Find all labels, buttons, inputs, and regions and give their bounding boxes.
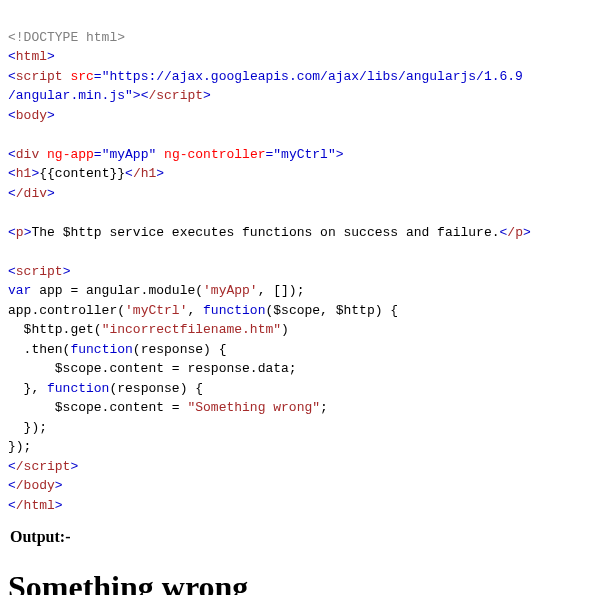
semicolon: ; bbox=[320, 400, 328, 415]
h1-close-tag: /h1 bbox=[133, 166, 156, 181]
function-keyword: function bbox=[70, 342, 132, 357]
angle-close: > bbox=[203, 88, 211, 103]
angle-open: < bbox=[8, 459, 16, 474]
app-eq: app = angular.module( bbox=[31, 283, 203, 298]
script-close-tag: /script bbox=[148, 88, 203, 103]
doctype: <!DOCTYPE html> bbox=[8, 30, 125, 45]
angle-close: > bbox=[55, 498, 63, 513]
angle-close: > bbox=[70, 459, 78, 474]
h1-tag: h1 bbox=[16, 166, 32, 181]
body-tag: body bbox=[16, 108, 47, 123]
angle-open: < bbox=[8, 166, 16, 181]
html-tag: html bbox=[16, 49, 47, 64]
output-heading: Something wrong bbox=[8, 563, 602, 595]
paren-close: ) bbox=[281, 322, 289, 337]
myctrl-string: 'myCtrl' bbox=[125, 303, 187, 318]
h1-content: {{content}} bbox=[39, 166, 125, 181]
eq: = bbox=[94, 147, 102, 162]
angle-close: > bbox=[336, 147, 344, 162]
comma: , bbox=[187, 303, 203, 318]
close-brace1: }); bbox=[8, 420, 47, 435]
angle-open: < bbox=[8, 478, 16, 493]
script-tag: script bbox=[16, 69, 63, 84]
angle-close: > bbox=[63, 264, 71, 279]
then: .then( bbox=[8, 342, 70, 357]
script-close-tag: /script bbox=[16, 459, 71, 474]
angle-open: < bbox=[8, 69, 16, 84]
angle-close: > bbox=[47, 108, 55, 123]
ngapp-val: "myApp" bbox=[102, 147, 157, 162]
angle-open: < bbox=[8, 264, 16, 279]
ngcontroller-attr: ng-controller bbox=[164, 147, 265, 162]
p-text: The $http service executes functions on … bbox=[31, 225, 499, 240]
scope-wrong-pre: $scope.content = bbox=[8, 400, 187, 415]
html-close-tag: /html bbox=[16, 498, 55, 513]
scope-data: $scope.content = response.data; bbox=[8, 361, 297, 376]
angle-open: < bbox=[8, 108, 16, 123]
var-keyword: var bbox=[8, 283, 31, 298]
angle-close: > bbox=[47, 49, 55, 64]
angle-open: < bbox=[8, 147, 16, 162]
angle-open: < bbox=[8, 186, 16, 201]
p-close-tag: /p bbox=[507, 225, 523, 240]
close-brace2: }); bbox=[8, 439, 31, 454]
src-attr: src bbox=[70, 69, 93, 84]
ngcontroller-val: "myCtrl" bbox=[273, 147, 335, 162]
angle-open: < bbox=[8, 49, 16, 64]
div-close-tag: /div bbox=[16, 186, 47, 201]
p-tag: p bbox=[16, 225, 24, 240]
angle-close: > bbox=[55, 478, 63, 493]
myapp-string: 'myApp' bbox=[203, 283, 258, 298]
angle-open: < bbox=[8, 225, 16, 240]
eq: = bbox=[94, 69, 102, 84]
angle-close: > bbox=[523, 225, 531, 240]
filename-string: "incorrectfilename.htm" bbox=[102, 322, 281, 337]
fn-args2: (response) { bbox=[109, 381, 203, 396]
angle-close: > bbox=[156, 166, 164, 181]
angle-close: > bbox=[47, 186, 55, 201]
comma-arr: , []); bbox=[258, 283, 305, 298]
div-tag: div bbox=[16, 147, 39, 162]
function-keyword: function bbox=[47, 381, 109, 396]
close-comma: }, bbox=[8, 381, 47, 396]
app-controller: app.controller( bbox=[8, 303, 125, 318]
code-block: <!DOCTYPE html> <html> <script src="http… bbox=[8, 8, 602, 515]
angle-close: > bbox=[133, 88, 141, 103]
wrong-string: "Something wrong" bbox=[187, 400, 320, 415]
angle-open: < bbox=[8, 498, 16, 513]
fn-args2: (response) { bbox=[133, 342, 227, 357]
body-close-tag: /body bbox=[16, 478, 55, 493]
function-keyword: function bbox=[203, 303, 265, 318]
script-tag: script bbox=[16, 264, 63, 279]
ngapp-attr: ng-app bbox=[47, 147, 94, 162]
output-label: Output:- bbox=[10, 525, 602, 549]
src-value-line2: /angular.min.js" bbox=[8, 88, 133, 103]
fn-args1: ($scope, $http) { bbox=[265, 303, 398, 318]
http-get: $http.get( bbox=[8, 322, 102, 337]
src-value-line1: "https://ajax.googleapis.com/ajax/libs/a… bbox=[102, 69, 523, 84]
angle-open: < bbox=[125, 166, 133, 181]
